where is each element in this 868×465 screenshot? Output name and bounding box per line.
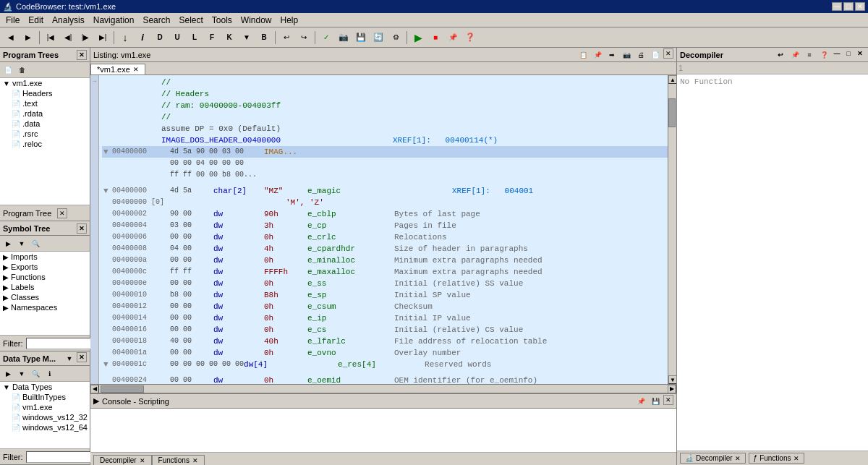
code-line-e-cp[interactable]: 00400004 03 00 dw 3h e_cp Pages in file <box>102 220 668 231</box>
symbol-tree-close-button[interactable]: ✕ <box>77 223 87 234</box>
title-controls[interactable]: — □ ✕ <box>832 2 865 11</box>
tree-item-exports[interactable]: ▶ Exports <box>0 262 90 272</box>
maximize-button[interactable]: □ <box>843 2 854 11</box>
code-line-e-sp[interactable]: 00400010 b8 00 dw B8h e_sp Initial SP va… <box>102 289 668 301</box>
program-tree-x[interactable]: ✕ <box>57 208 67 218</box>
listing-tab-close-button[interactable]: ✕ <box>133 66 139 73</box>
tree-item-namespaces[interactable]: ▶ Namespaces <box>0 302 90 312</box>
listing-content[interactable]: // // Headers // ram: 00400000-004003ff <box>99 75 668 384</box>
undo-button[interactable]: ↓ <box>117 30 133 46</box>
go-next-button[interactable]: |▶ <box>77 30 93 46</box>
back-button[interactable]: ◀ <box>3 30 19 46</box>
tree-item-imports[interactable]: ▶ Imports <box>0 252 90 262</box>
console-tab-functions[interactable]: Functions ✕ <box>152 455 205 465</box>
tree-item-reloc[interactable]: 📄 .reloc <box>0 139 90 149</box>
datatypes-close-button[interactable]: ✕ <box>77 352 87 362</box>
pin-button[interactable]: 📌 <box>445 30 461 46</box>
tree-item-rsrc[interactable]: 📄 .rsrc <box>0 129 90 139</box>
code-line-e-ovno[interactable]: 0040001a 00 00 dw 0h e_ovno Overlay numb… <box>102 347 668 359</box>
undefined-button[interactable]: U <box>169 30 185 46</box>
decompiler-tab-decompiler[interactable]: 🔬 Decompiler ✕ <box>680 453 746 464</box>
info-button[interactable]: i <box>135 30 150 46</box>
console-tab-functions-close[interactable]: ✕ <box>192 457 198 464</box>
code-line-e-cblp[interactable]: 00400002 90 00 dw 90h e_cblp Bytes of la… <box>102 208 668 220</box>
hscroll-thumb[interactable] <box>101 385 144 393</box>
console-tab-decompiler[interactable]: Decompiler ✕ <box>93 455 152 465</box>
console-close-button[interactable]: ✕ <box>663 395 673 405</box>
datatypes-collapse-button[interactable]: ▼ <box>15 367 28 380</box>
code-line-e-magic[interactable]: ▼ 00400000 4d 5a char[2] "MZ" e_magic XR… <box>102 185 668 197</box>
code-line-00400000-raw[interactable]: ▼ 00400000 4d 5a 90 00 03 00 IMAG... <box>102 146 668 158</box>
tree-item-datatypes[interactable]: ▼ Data Types <box>0 382 90 392</box>
code-line-e-cpardhdr[interactable]: 00400008 04 00 dw 4h e_cpardhdr Size of … <box>102 243 668 255</box>
menu-edit[interactable]: Edit <box>24 14 48 27</box>
console-content[interactable] <box>90 409 676 452</box>
menu-navigation[interactable]: Navigation <box>89 14 139 27</box>
console-save-button[interactable]: 💾 <box>649 395 662 408</box>
datatypes-info-button[interactable]: ℹ <box>43 367 56 380</box>
listing-icon6[interactable]: 📄 <box>649 48 662 61</box>
code-line-e-lfarlc[interactable]: 00400018 40 00 dw 40h e_lfarlc File addr… <box>102 336 668 347</box>
save-button[interactable]: 💾 <box>353 30 369 46</box>
code-line-e-minalloc[interactable]: 0040000a 00 00 dw 0h e_minalloc Minimum … <box>102 255 668 266</box>
forward-button[interactable]: ▶ <box>20 30 36 46</box>
stop-button[interactable]: ■ <box>427 30 443 46</box>
decompiler-content[interactable]: No Function <box>677 74 868 451</box>
functions-tab-close[interactable]: ✕ <box>793 455 799 462</box>
tree-item-classes[interactable]: ▶ Classes <box>0 292 90 302</box>
listing-tab-vm1[interactable]: *vm1.exe ✕ <box>90 64 145 74</box>
collapse-icon[interactable]: ▼ <box>103 146 112 158</box>
symbol-tree-expand-button[interactable]: ▶ <box>1 237 14 250</box>
datatypes-menu-button[interactable]: ▼ <box>63 352 76 365</box>
bookmark-button[interactable]: K <box>221 30 237 46</box>
code-line-e-ss[interactable]: 0040000e 00 00 dw 0h e_ss Initial (relat… <box>102 278 668 289</box>
function-button[interactable]: F <box>204 30 220 46</box>
decompiler-refresh-button[interactable]: ↩ <box>774 48 787 61</box>
menu-window[interactable]: Window <box>237 14 276 27</box>
bytes-button[interactable]: B <box>256 30 272 46</box>
go-start-button[interactable]: |◀ <box>43 30 59 46</box>
tree-item-labels[interactable]: ▶ Labels <box>0 282 90 292</box>
symbol-tree-collapse-button[interactable]: ▼ <box>15 237 28 250</box>
code-line-e-oemid[interactable]: 00400024 00 00 dw 0h e_oemid OEM identif… <box>102 375 668 384</box>
symbol-tree-filter-button[interactable]: 🔍 <box>29 237 42 250</box>
menu-file[interactable]: File <box>1 14 24 27</box>
tree-item-vm1exe[interactable]: ▼ vm1.exe <box>0 78 90 88</box>
go-prev-button[interactable]: ◀| <box>60 30 76 46</box>
redo-button[interactable]: ↪ <box>296 30 312 46</box>
console-pin-button[interactable]: 📌 <box>634 395 647 408</box>
listing-icon4[interactable]: 📷 <box>620 48 633 61</box>
tree-item-windows32[interactable]: 📄 windows_vs12_32 <box>0 412 90 422</box>
minimize-button[interactable]: — <box>832 2 842 11</box>
go-end-button[interactable]: ▶| <box>95 30 111 46</box>
help-tb-button[interactable]: ❓ <box>462 30 478 46</box>
code-line-e-magic-sub[interactable]: 00400000 [0] 'M', 'Z' <box>102 197 668 208</box>
program-tree-close-button[interactable]: ✕ <box>77 50 87 60</box>
program-tree-new-button[interactable]: 📄 <box>1 64 14 77</box>
listing-icon1[interactable]: 📋 <box>576 48 590 61</box>
code-line-e-maxalloc[interactable]: 0040000c ff ff dw FFFFh e_maxalloc Maxim… <box>102 266 668 278</box>
listing-close-button[interactable]: ✕ <box>663 48 673 59</box>
decompiler-minimize-button[interactable]: — <box>832 48 842 59</box>
code-line-00400000-raw2[interactable]: 00 00 04 00 00 00 <box>102 158 668 169</box>
code-line-e-res[interactable]: ▼ 0040001c 00 00 00 00 00 00 dw[4] e_res… <box>102 359 668 370</box>
listing-icon2[interactable]: 📌 <box>591 48 604 61</box>
screenshot-button[interactable]: 📷 <box>336 30 352 46</box>
down-button[interactable]: ▼ <box>239 30 255 46</box>
datatypes-expand-button[interactable]: ▶ <box>1 367 14 380</box>
check-button[interactable]: ✓ <box>318 30 334 46</box>
decompiler-menu-button[interactable]: ≡ <box>803 48 816 61</box>
tree-item-functions[interactable]: ▶ Functions <box>0 272 90 282</box>
decompiler-close-winbtn[interactable]: ✕ <box>855 48 865 59</box>
menu-analysis[interactable]: Analysis <box>48 14 89 27</box>
code-line-e-csum[interactable]: 00400012 00 00 dw 0h e_csum Checksum <box>102 301 668 312</box>
decompiler-tab-functions[interactable]: ƒ Functions ✕ <box>749 453 804 464</box>
menu-select[interactable]: Select <box>174 14 207 27</box>
decompiler-tab-close[interactable]: ✕ <box>735 455 741 462</box>
code-line-e-cs[interactable]: 00400016 00 00 dw 0h e_cs Initial (relat… <box>102 324 668 336</box>
code-line-e-crlc[interactable]: 00400006 00 00 dw 0h e_crlc Relocations <box>102 231 668 243</box>
console-tab-decompiler-close[interactable]: ✕ <box>140 457 145 464</box>
tree-item-data[interactable]: 📄 .data <box>0 119 90 129</box>
listing-hscrollbar[interactable]: ◀ ▶ <box>90 384 676 393</box>
tree-item-windows64[interactable]: 📄 windows_vs12_64 <box>0 422 90 432</box>
